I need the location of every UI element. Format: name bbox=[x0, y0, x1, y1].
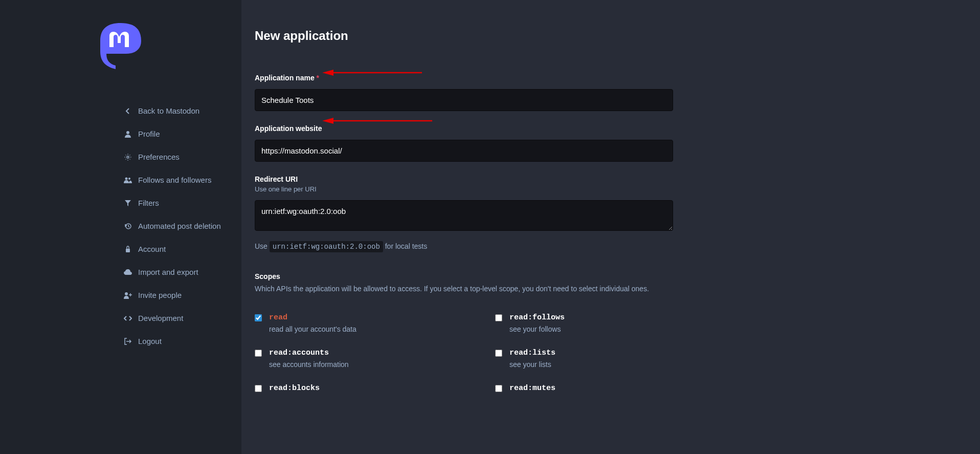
nav-invite[interactable]: Invite people bbox=[123, 284, 241, 307]
nav-label: Import and export bbox=[138, 268, 198, 276]
redirect-uri-code: urn:ietf:wg:oauth:2.0:oob bbox=[270, 241, 383, 252]
nav-label: Follows and followers bbox=[138, 176, 211, 184]
lock-icon bbox=[123, 246, 133, 253]
redirect-uri-post-hint: Use urn:ietf:wg:oauth:2.0:oob for local … bbox=[255, 242, 674, 251]
user-plus-icon bbox=[123, 292, 133, 299]
scope-label: read:blocks bbox=[269, 384, 320, 393]
mastodon-logo-icon bbox=[95, 20, 146, 72]
scope-label: read:lists bbox=[509, 349, 555, 357]
scope-read-checkbox[interactable] bbox=[255, 314, 262, 321]
nav-follows[interactable]: Follows and followers bbox=[123, 168, 241, 191]
scope-read-accounts: read:accounts see accounts information bbox=[255, 349, 444, 369]
scope-desc: see accounts information bbox=[269, 360, 349, 369]
scope-desc: see your follows bbox=[509, 325, 565, 333]
nav-account[interactable]: Account bbox=[123, 237, 241, 261]
field-redirect-uri: Redirect URI Use one line per URI Use ur… bbox=[255, 175, 674, 251]
cloud-icon bbox=[123, 269, 133, 275]
nav-label: Filters bbox=[138, 199, 159, 207]
scope-read: read read all your account's data bbox=[255, 313, 444, 333]
required-indicator: * bbox=[317, 74, 319, 82]
scope-read-blocks-checkbox[interactable] bbox=[255, 385, 262, 392]
scope-label: read:mutes bbox=[509, 384, 555, 393]
nav-label: Back to Mastodon bbox=[138, 106, 199, 115]
app-name-input[interactable] bbox=[255, 89, 673, 111]
scope-read-follows-checkbox[interactable] bbox=[495, 314, 502, 321]
app-name-label: Application name * bbox=[255, 74, 674, 82]
user-icon bbox=[123, 131, 133, 138]
page-title: New application bbox=[255, 29, 674, 43]
nav-label: Logout bbox=[138, 337, 162, 345]
app-website-label: Application website bbox=[255, 124, 674, 133]
nav-label: Invite people bbox=[138, 291, 182, 299]
svg-point-3 bbox=[128, 178, 130, 180]
scope-read-blocks: read:blocks bbox=[255, 384, 444, 393]
history-icon bbox=[123, 223, 133, 230]
scopes-hint: Which APIs the application will be allow… bbox=[255, 285, 674, 293]
nav-logout[interactable]: Logout bbox=[123, 330, 241, 353]
scope-read-accounts-checkbox[interactable] bbox=[255, 350, 262, 357]
sidebar: Back to Mastodon Profile Preferences Fol… bbox=[0, 0, 241, 454]
scope-desc: see your lists bbox=[509, 360, 555, 369]
svg-point-1 bbox=[127, 156, 129, 158]
nav-label: Development bbox=[138, 314, 183, 322]
svg-point-2 bbox=[125, 177, 128, 180]
scope-read-lists: read:lists see your lists bbox=[495, 349, 684, 369]
scope-label: read:follows bbox=[509, 313, 565, 322]
nav-label: Automated post deletion bbox=[138, 222, 221, 230]
scope-column-left: read read all your account's data read:a… bbox=[255, 313, 444, 393]
scope-desc: read all your account's data bbox=[269, 325, 357, 333]
scope-read-mutes-checkbox[interactable] bbox=[495, 385, 502, 392]
nav-back-to-mastodon[interactable]: Back to Mastodon bbox=[123, 99, 241, 122]
svg-point-6 bbox=[125, 292, 128, 295]
nav-label: Preferences bbox=[138, 153, 180, 161]
users-icon bbox=[123, 177, 133, 184]
scopes-title: Scopes bbox=[255, 272, 674, 280]
nav-list: Back to Mastodon Profile Preferences Fol… bbox=[0, 99, 241, 353]
logo-container bbox=[95, 20, 146, 74]
svg-rect-5 bbox=[126, 249, 130, 252]
scope-column-right: read:follows see your follows read:lists… bbox=[495, 313, 684, 393]
scope-label: read:accounts bbox=[269, 349, 349, 357]
gear-icon bbox=[123, 154, 133, 161]
sign-out-icon bbox=[123, 338, 133, 345]
nav-development[interactable]: Development bbox=[123, 307, 241, 330]
nav-preferences[interactable]: Preferences bbox=[123, 145, 241, 168]
nav-profile[interactable]: Profile bbox=[123, 122, 241, 145]
nav-filters[interactable]: Filters bbox=[123, 191, 241, 214]
redirect-uri-label: Redirect URI bbox=[255, 175, 674, 183]
code-icon bbox=[123, 315, 133, 321]
app-website-input[interactable] bbox=[255, 140, 673, 162]
redirect-uri-input[interactable] bbox=[255, 200, 673, 231]
chevron-left-icon bbox=[123, 108, 133, 114]
svg-point-0 bbox=[126, 131, 129, 134]
field-app-website: Application website bbox=[255, 124, 674, 162]
nav-label: Profile bbox=[138, 129, 160, 138]
field-app-name: Application name * bbox=[255, 74, 674, 111]
scope-read-follows: read:follows see your follows bbox=[495, 313, 684, 333]
scope-label: read bbox=[269, 313, 357, 322]
nav-label: Account bbox=[138, 245, 166, 253]
scope-read-mutes: read:mutes bbox=[495, 384, 684, 393]
svg-marker-10 bbox=[322, 118, 333, 124]
scope-read-lists-checkbox[interactable] bbox=[495, 350, 502, 357]
main-content: New application Application name * Appli… bbox=[241, 0, 980, 454]
nav-import-export[interactable]: Import and export bbox=[123, 261, 241, 284]
redirect-uri-hint: Use one line per URI bbox=[255, 185, 674, 193]
scopes-grid: read read all your account's data read:a… bbox=[255, 313, 674, 393]
filter-icon bbox=[123, 200, 133, 207]
nav-auto-delete[interactable]: Automated post deletion bbox=[123, 214, 241, 237]
